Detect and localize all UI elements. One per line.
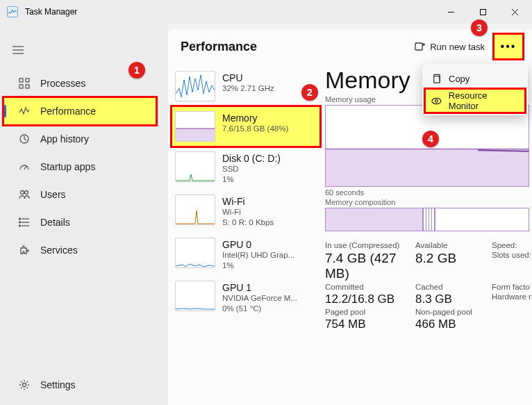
sidebar-item-settings[interactable]: Settings — [4, 372, 161, 398]
svg-point-19 — [19, 222, 21, 223]
perf-sub: Wi-Fi — [222, 207, 274, 217]
composition-label: Memory composition — [325, 198, 529, 206]
ctx-copy[interactable]: Copy — [426, 67, 524, 90]
gpu0-thumbnail — [175, 238, 215, 268]
svg-point-18 — [19, 218, 21, 220]
perf-name: Wi-Fi — [222, 196, 274, 207]
users-icon — [18, 189, 31, 200]
cached-label: Cached — [415, 283, 492, 291]
context-menu: Copy Resource Monitor — [422, 64, 528, 115]
puzzle-icon — [18, 245, 31, 256]
page-title: Performance — [181, 40, 257, 54]
sidebar-item-users[interactable]: Users — [4, 181, 161, 208]
form-label: Form facto — [492, 283, 532, 291]
perf-sub: NVIDIA GeForce M... — [222, 293, 297, 304]
perf-sub2: 1% — [222, 174, 281, 185]
perf-name: Disk 0 (C: D:) — [222, 153, 281, 164]
svg-point-21 — [23, 383, 26, 387]
sidebar-item-performance[interactable]: Performance — [4, 98, 156, 124]
ctx-resource-monitor[interactable]: Resource Monitor — [426, 90, 524, 112]
disk-thumbnail — [175, 151, 215, 182]
svg-point-14 — [25, 191, 28, 195]
svg-rect-25 — [176, 129, 215, 141]
svg-point-28 — [432, 98, 441, 104]
sidebar-item-details[interactable]: Details — [4, 209, 161, 235]
perf-item-memory[interactable]: Memory 7.6/15.8 GB (48%) — [172, 107, 319, 146]
maximize-button[interactable] — [467, 1, 499, 22]
sidebar-item-services[interactable]: Services — [4, 237, 161, 263]
perf-item-gpu0[interactable]: GPU 0 Intel(R) UHD Grap... 1% — [172, 233, 319, 275]
inuse-label: In use (Compressed) — [325, 241, 415, 249]
ellipsis-icon: ••• — [501, 41, 517, 52]
list-icon — [18, 217, 31, 228]
gauge-icon — [18, 161, 31, 172]
sidebar-item-label: Startup apps — [40, 161, 95, 172]
window-title: Task Manager — [25, 7, 77, 17]
paged-val: 754 MB — [325, 317, 415, 331]
perf-item-wifi[interactable]: Wi-Fi Wi-Fi S: 0 R: 0 Kbps — [172, 190, 319, 232]
svg-point-20 — [19, 225, 21, 226]
perf-name: GPU 1 — [222, 282, 297, 293]
sidebar-item-startup-apps[interactable]: Startup apps — [4, 154, 161, 180]
svg-rect-8 — [26, 78, 29, 82]
titlebar: Task Manager — [0, 0, 532, 24]
hamburger-button[interactable] — [4, 38, 32, 63]
run-task-icon — [415, 41, 426, 52]
perf-sub: 32% 2.71 GHz — [222, 83, 274, 94]
inuse-val: 7.4 GB (427 MB) — [325, 251, 415, 281]
svg-rect-9 — [19, 85, 23, 88]
cached-val: 8.3 GB — [415, 292, 492, 306]
sidebar-item-app-history[interactable]: App history — [4, 126, 161, 152]
avail-val: 8.2 GB — [415, 251, 492, 281]
speed-label: Speed: — [492, 241, 532, 249]
sidebar-item-label: Details — [40, 217, 70, 228]
marker-1: 1 — [128, 62, 145, 78]
sidebar: Processes Performance App history Startu… — [0, 24, 168, 405]
perf-sub: 7.6/15.8 GB (48%) — [222, 124, 288, 134]
ctx-copy-label: Copy — [449, 74, 469, 84]
eye-icon — [431, 96, 442, 106]
perf-item-cpu[interactable]: CPU 32% 2.71 GHz — [172, 67, 319, 106]
svg-rect-27 — [434, 76, 440, 82]
grid-icon — [18, 78, 31, 89]
minimize-button[interactable] — [435, 1, 467, 22]
perf-item-disk[interactable]: Disk 0 (C: D:) SSD 1% — [172, 147, 319, 189]
perf-name: Memory — [222, 113, 288, 124]
svg-rect-1 — [480, 9, 485, 15]
nonpaged-val: 466 MB — [415, 317, 492, 331]
memory-composition-bar — [325, 208, 529, 231]
avail-label: Available — [415, 241, 492, 249]
memory-stats: In use (Compressed) Available Speed: 7.4… — [325, 241, 529, 331]
run-new-task-button[interactable]: Run new task — [409, 38, 490, 55]
marker-4: 4 — [422, 131, 439, 147]
performance-list: CPU 32% 2.71 GHz Memory 7.6/15.8 GB (48%… — [168, 64, 319, 405]
svg-point-29 — [435, 99, 438, 102]
perf-item-gpu1[interactable]: GPU 1 NVIDIA GeForce M... 0% (51 °C) — [172, 276, 319, 318]
svg-rect-22 — [415, 43, 422, 50]
history-icon — [18, 133, 31, 144]
sidebar-item-label: Processes — [40, 78, 85, 89]
gear-icon — [18, 379, 31, 390]
more-options-button[interactable]: ••• — [494, 35, 522, 58]
window-controls — [435, 1, 531, 22]
close-button[interactable] — [499, 1, 531, 22]
slots-label: Slots used: — [492, 251, 532, 281]
ctx-rm-label: Resource Monitor — [449, 90, 519, 111]
sidebar-item-label: Users — [40, 189, 66, 200]
app-icon — [7, 6, 18, 17]
sidebar-item-label: Services — [40, 245, 78, 256]
x-axis-label: 60 seconds — [325, 188, 529, 197]
sidebar-item-label: Performance — [40, 106, 96, 117]
marker-3: 3 — [471, 19, 488, 36]
run-task-label: Run new task — [430, 42, 485, 52]
copy-icon — [431, 74, 442, 84]
cpu-thumbnail — [175, 71, 215, 101]
sidebar-item-label: App history — [40, 133, 89, 144]
perf-sub: SSD — [222, 164, 281, 174]
perf-sub2: S: 0 R: 0 Kbps — [222, 217, 274, 228]
wave-icon — [18, 106, 31, 117]
memory-thumbnail — [175, 111, 215, 142]
svg-rect-10 — [26, 85, 29, 88]
committed-val: 12.2/16.8 GB — [325, 292, 415, 306]
hw-label: Hardware r — [492, 292, 532, 306]
